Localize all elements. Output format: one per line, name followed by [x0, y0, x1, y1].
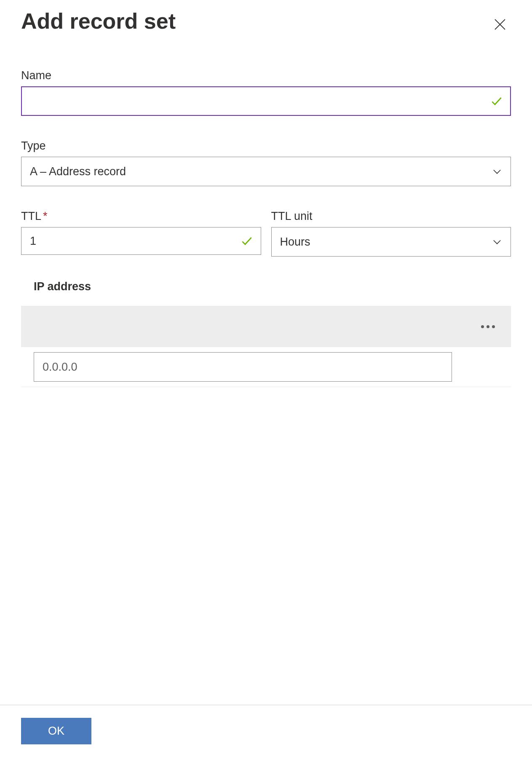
ttl-input[interactable] — [21, 227, 261, 255]
required-indicator: * — [43, 210, 48, 222]
chevron-down-icon — [491, 166, 503, 177]
chevron-down-icon — [491, 236, 503, 248]
page-title: Add record set — [21, 8, 176, 34]
ttl-unit-select[interactable]: Hours — [271, 227, 511, 257]
name-field-group: Name — [21, 69, 511, 116]
ttl-field-group: TTL* — [21, 210, 261, 257]
more-options-button[interactable] — [478, 322, 498, 332]
ttl-label: TTL* — [21, 210, 261, 223]
ip-address-input[interactable] — [34, 352, 452, 382]
ip-address-header-row — [21, 306, 511, 347]
panel-footer: OK — [0, 705, 532, 757]
name-label: Name — [21, 69, 511, 82]
more-icon — [481, 325, 495, 328]
type-field-group: Type A – Address record — [21, 139, 511, 186]
panel-header: Add record set — [0, 0, 532, 35]
type-label: Type — [21, 139, 511, 152]
ttl-unit-selected-value: Hours — [280, 235, 310, 249]
ip-address-row — [21, 347, 511, 387]
ip-address-section: IP address — [21, 280, 511, 387]
close-icon — [492, 17, 508, 32]
name-input[interactable] — [21, 86, 511, 116]
form-body: Name Type A – Address record TTL* — [0, 35, 532, 705]
ip-address-header: IP address — [34, 280, 511, 293]
ok-button[interactable]: OK — [21, 718, 91, 744]
ttl-unit-field-group: TTL unit Hours — [271, 210, 511, 257]
ttl-row: TTL* TTL unit Hours — [21, 210, 511, 257]
type-select[interactable]: A – Address record — [21, 157, 511, 186]
close-button[interactable] — [489, 13, 511, 35]
ttl-unit-label: TTL unit — [271, 210, 511, 223]
type-selected-value: A – Address record — [30, 165, 126, 178]
